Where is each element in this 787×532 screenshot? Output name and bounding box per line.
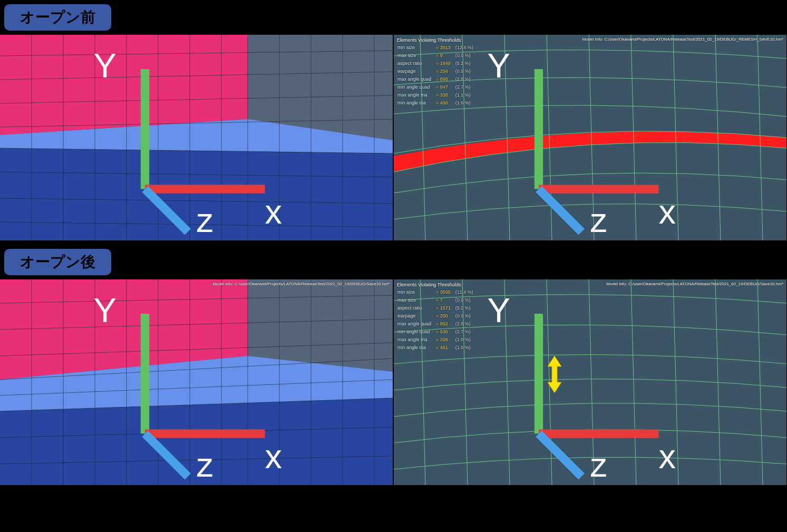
- viewport-before-right[interactable]: Elements Violating Thresholds: min size=…: [394, 35, 786, 240]
- svg-text:Y: Y: [94, 291, 116, 330]
- svg-text:x: x: [265, 192, 283, 231]
- view-triad: Y x z: [0, 279, 393, 485]
- svg-line-23: [145, 189, 188, 232]
- svg-text:z: z: [197, 446, 214, 484]
- viewport-after-right[interactable]: Elements Violating Thresholds: min size=…: [394, 279, 786, 485]
- svg-text:Y: Y: [488, 46, 510, 85]
- viewport-before-left[interactable]: Y x z: [0, 35, 393, 240]
- view-triad: Y x z: [0, 35, 393, 240]
- svg-line-39: [539, 189, 581, 232]
- label-after: オープン後: [3, 248, 112, 276]
- svg-text:Y: Y: [94, 46, 116, 85]
- svg-line-83: [539, 434, 581, 477]
- svg-text:x: x: [265, 437, 283, 476]
- label-before: オープン前: [3, 3, 112, 32]
- svg-text:x: x: [659, 192, 676, 231]
- viewport-after-left[interactable]: Model Info: C:/user/Okanami/Projects/LAT…: [0, 279, 393, 485]
- svg-text:z: z: [197, 201, 214, 239]
- svg-text:z: z: [590, 446, 608, 484]
- view-triad: Y x z: [394, 35, 786, 240]
- svg-text:Y: Y: [488, 291, 510, 330]
- view-triad: Y x z: [394, 279, 786, 485]
- svg-line-66: [145, 434, 188, 477]
- svg-text:z: z: [590, 201, 608, 239]
- svg-text:x: x: [659, 437, 676, 476]
